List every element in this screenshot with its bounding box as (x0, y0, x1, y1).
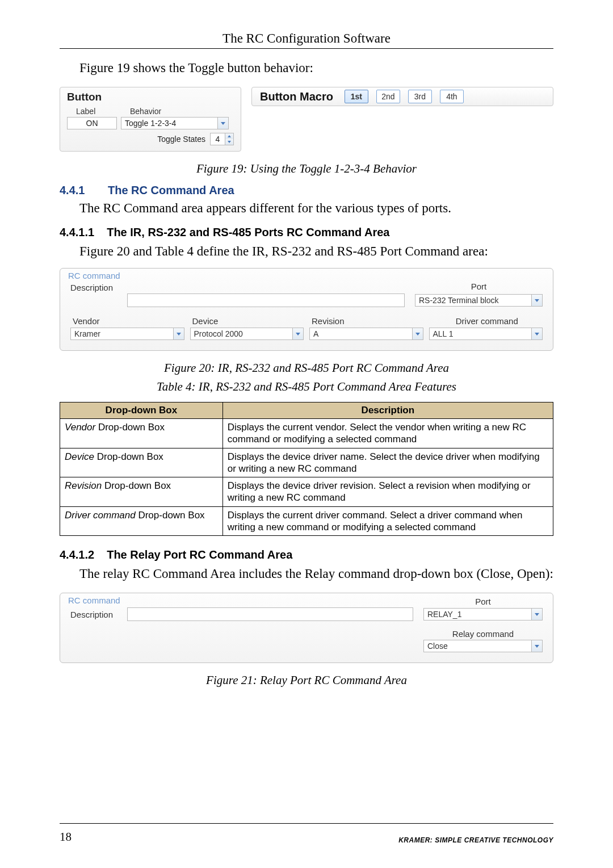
behavior-select[interactable]: Toggle 1-2-3-4 (121, 117, 229, 129)
device-value: Protocol 2000 (194, 329, 243, 338)
button-panel: Button Label Behavior ON Toggle 1-2-3-4 … (60, 87, 241, 152)
toggle-states-spinner[interactable]: 4 (210, 133, 234, 145)
table-4-caption: Table 4: IR, RS-232 and RS-485 Port Comm… (60, 380, 553, 394)
rc-command-relay-panel: RC command Port Description RELAY_1 Rela… (60, 593, 553, 663)
intro-text: Figure 19 shows the Toggle button behavi… (79, 59, 553, 77)
driver-command-label: Driver command (429, 316, 543, 326)
spinner-up-icon[interactable] (225, 133, 233, 139)
revision-select[interactable]: A (309, 328, 423, 340)
chevron-down-icon (531, 328, 542, 339)
device-select[interactable]: Protocol 2000 (190, 328, 304, 340)
driver-command-select[interactable]: ALL 1 (429, 328, 543, 340)
toggle-states-label: Toggle States (157, 135, 205, 144)
macro-btn-4th[interactable]: 4th (440, 90, 464, 103)
label-input[interactable]: ON (67, 117, 117, 129)
table-4: Drop-down Box Description Vendor Drop-do… (60, 402, 553, 536)
footer-rule (60, 823, 553, 824)
brand-line: KRAMER: SIMPLE CREATIVE TECHNOLOGY (398, 836, 553, 844)
device-label: Device (190, 316, 304, 326)
table-row: Device Drop-down BoxDisplays the device … (60, 448, 553, 477)
section-4-4-1-1-heading: 4.4.1.1 The IR, RS-232 and RS-485 Ports … (60, 226, 553, 239)
description-label: Description (70, 610, 127, 619)
button-panel-title: Button (67, 91, 234, 103)
table-row: Driver command Drop-down BoxDisplays the… (60, 506, 553, 536)
macro-btn-4th-label: 4th (446, 92, 457, 101)
rc-legend: RC command (68, 271, 543, 280)
section-4-4-1-2-heading: 4.4.1.2 The Relay Port RC Command Area (60, 548, 553, 561)
port-select[interactable]: RS-232 Terminal block (415, 294, 543, 307)
figure-21-caption: Figure 21: Relay Port RC Command Area (60, 673, 553, 687)
driver-command-value: ALL 1 (433, 329, 454, 338)
description-input[interactable] (127, 293, 405, 307)
section-4-4-1-1-text: Figure 20 and Table 4 define the IR, RS-… (79, 242, 553, 260)
table-cell-desc: Displays the device driver name. Select … (222, 448, 553, 477)
section-title: The Relay Port RC Command Area (107, 548, 292, 561)
table-header-col2: Description (222, 402, 553, 419)
macro-title: Button Macro (260, 90, 333, 103)
relay-command-value: Close (427, 641, 448, 651)
description-label: Description (70, 283, 127, 292)
figure-19-row: Button Label Behavior ON Toggle 1-2-3-4 … (60, 87, 553, 152)
port-label: Port (423, 597, 543, 606)
vendor-select[interactable]: Kramer (70, 328, 184, 340)
section-number: 4.4.1.2 (60, 548, 94, 561)
table-row: Revision Drop-down BoxDisplays the devic… (60, 477, 553, 507)
macro-btn-3rd-label: 3rd (414, 92, 426, 101)
revision-label: Revision (309, 316, 423, 326)
table-cell-name: Driver command Drop-down Box (60, 506, 223, 536)
toggle-states-value: 4 (211, 135, 225, 144)
table-cell-name: Vendor Drop-down Box (60, 419, 223, 448)
relay-port-select[interactable]: RELAY_1 (423, 608, 543, 620)
macro-btn-2nd-label: 2nd (381, 92, 394, 101)
figure-20-caption: Figure 20: IR, RS-232 and RS-485 Port RC… (60, 361, 553, 375)
description-input[interactable] (127, 607, 413, 621)
chevron-down-icon (531, 640, 542, 652)
macro-btn-1st-label: 1st (351, 92, 362, 101)
label-value: ON (86, 119, 98, 128)
section-4-4-1-text: The RC Command area appears different fo… (79, 199, 553, 217)
section-4-4-1-heading: 4.4.1 The RC Command Area (60, 184, 553, 197)
port-value: RS-232 Terminal block (419, 296, 499, 305)
vendor-value: Kramer (74, 329, 100, 338)
section-4-4-1-2-text: The relay RC Command Area includes the R… (79, 565, 553, 582)
behavior-value: Toggle 1-2-3-4 (125, 119, 176, 128)
label-header: Label (67, 107, 130, 116)
figure-19-caption: Figure 19: Using the Toggle 1-2-3-4 Beha… (60, 162, 553, 176)
page-header: The RC Configuration Software (60, 31, 553, 46)
table-cell-name: Device Drop-down Box (60, 448, 223, 477)
table-cell-desc: Displays the current vendor. Select the … (222, 419, 553, 448)
rc-legend: RC command (68, 596, 423, 605)
behavior-header: Behavior (130, 107, 161, 116)
section-title: The IR, RS-232 and RS-485 Ports RC Comma… (107, 226, 389, 239)
macro-btn-3rd[interactable]: 3rd (408, 90, 432, 103)
chevron-down-icon (531, 295, 542, 306)
header-rule (60, 48, 553, 49)
relay-port-value: RELAY_1 (427, 610, 461, 619)
chevron-down-icon (531, 609, 542, 620)
spinner-down-icon[interactable] (225, 139, 233, 145)
chevron-down-icon (217, 118, 228, 129)
chevron-down-icon (292, 328, 303, 339)
chevron-down-icon (173, 328, 184, 339)
chevron-down-icon (412, 328, 423, 339)
macro-btn-2nd[interactable]: 2nd (376, 90, 400, 103)
revision-value: A (313, 329, 318, 338)
table-cell-name: Revision Drop-down Box (60, 477, 223, 507)
macro-btn-1st[interactable]: 1st (345, 90, 368, 103)
section-title: The RC Command Area (108, 184, 234, 197)
button-macro-panel: Button Macro 1st 2nd 3rd 4th (251, 87, 553, 106)
section-number: 4.4.1 (60, 184, 91, 197)
section-number: 4.4.1.1 (60, 226, 94, 239)
page-number: 18 (60, 830, 72, 844)
table-cell-desc: Displays the current driver command. Sel… (222, 506, 553, 536)
table-header-col1: Drop-down Box (60, 402, 223, 419)
table-cell-desc: Displays the device driver revision. Sel… (222, 477, 553, 507)
rc-command-ir-panel: RC command Description Port RS-232 Termi… (60, 268, 553, 351)
relay-command-label: Relay command (423, 629, 543, 639)
relay-command-select[interactable]: Close (423, 640, 543, 652)
table-row: Vendor Drop-down BoxDisplays the current… (60, 419, 553, 448)
port-label: Port (415, 282, 543, 291)
vendor-label: Vendor (70, 316, 184, 326)
